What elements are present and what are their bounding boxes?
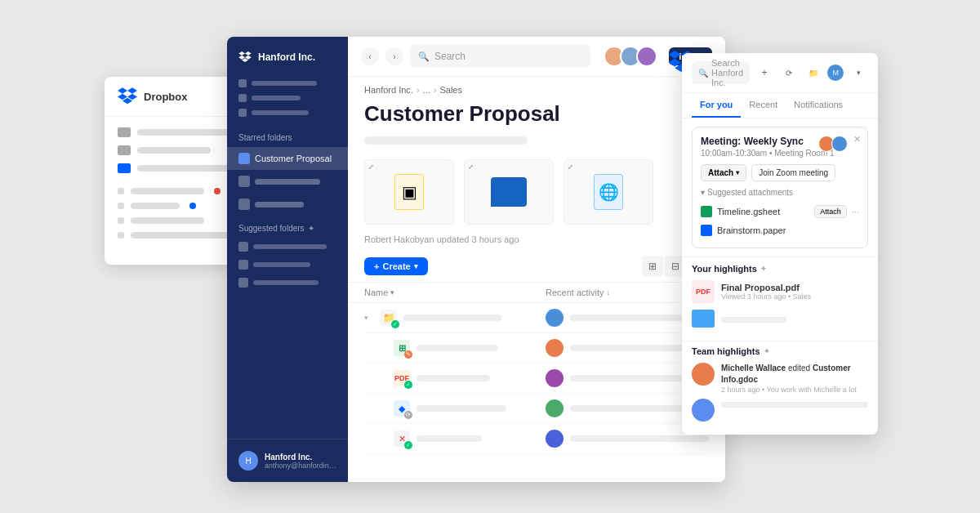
meeting-avatar-2 xyxy=(831,136,848,152)
main-window: Hanford Inc. Starred folders Customer Pr… xyxy=(227,37,725,482)
sidebar-item-3[interactable] xyxy=(227,193,348,216)
sidebar-user-name: Hanford Inc. xyxy=(265,453,336,462)
bg-window-title: Dropbox xyxy=(144,91,187,103)
breadcrumb-current[interactable]: Sales xyxy=(439,85,462,95)
activity-avatar xyxy=(546,430,564,448)
meeting-card: ✕ Meeting: Weekly Sync 10:00am-10:30am •… xyxy=(692,127,868,248)
attachment-item-1[interactable]: Timeline.gsheet Attach ··· xyxy=(701,202,859,221)
highlight-item-2[interactable] xyxy=(692,310,868,328)
attach-file-button-1[interactable]: Attach xyxy=(814,205,847,218)
sidebar-company-name: Hanford Inc. xyxy=(258,51,315,63)
rp-chevron-down-icon[interactable]: ▾ xyxy=(849,63,868,83)
file-preview-2[interactable]: ⤢ xyxy=(464,159,554,225)
folder-highlight-icon xyxy=(692,310,715,328)
highlight-filename-1: Final Proposal.pdf xyxy=(721,283,868,292)
team-highlight-avatar-2 xyxy=(692,399,715,422)
tab-notifications[interactable]: Notifications xyxy=(786,93,851,118)
file-preview-1[interactable]: ▣ ⤢ xyxy=(364,159,454,225)
attachment-filename-2: Brainstorm.paper xyxy=(717,225,859,235)
activity-avatar xyxy=(546,399,564,417)
attach-button[interactable]: Attach ▾ xyxy=(701,164,746,181)
sidebar-item-label: Customer Proposal xyxy=(255,154,332,163)
edit-overlay: ✎ xyxy=(404,350,412,359)
sort-icon: ▾ xyxy=(390,288,394,297)
file-row[interactable]: ▾ 📁 ✓ xyxy=(364,303,709,333)
sidebar-user-avatar: H xyxy=(238,451,258,471)
meeting-close-button[interactable]: ✕ xyxy=(853,134,861,145)
file-row[interactable]: ⊞ ✎ xyxy=(364,333,709,364)
rp-search-icon: 🔍 xyxy=(698,69,708,78)
gsheet-icon xyxy=(701,206,712,217)
rp-add-button[interactable]: + xyxy=(755,63,774,83)
pdf-highlight-icon: PDF xyxy=(692,280,715,303)
breadcrumb-root[interactable]: Hanford Inc. xyxy=(364,85,413,95)
updated-line: Robert Hakobyan updated 3 hours ago xyxy=(348,231,725,251)
suggested-attachments-label: ▾ Suggested attachments xyxy=(701,188,859,197)
file-preview-3[interactable]: 🌐 ⤢ xyxy=(564,159,653,225)
search-icon: 🔍 xyxy=(418,51,430,62)
folder-row-icon: 📁 ✓ xyxy=(381,310,397,326)
team-highlights-section: Team highlights ✦ Michelle Wallace edite… xyxy=(682,341,878,435)
team-highlight-item-1[interactable]: Michelle Wallace edited Customer Info.gd… xyxy=(692,363,868,394)
gallery-view-button[interactable]: ⊞ xyxy=(642,256,663,277)
content-toolbar: + Create ▾ ⊞ ⊟ ☰ xyxy=(348,251,725,283)
column-name: Name ▾ xyxy=(364,288,546,297)
back-button[interactable]: ‹ xyxy=(361,47,379,65)
file-previews: ▣ ⤢ ⤢ 🌐 ⤢ xyxy=(348,153,725,231)
more-options-icon[interactable]: ··· xyxy=(852,207,859,216)
rp-refresh-icon[interactable]: ⟳ xyxy=(779,63,799,83)
file-list-header: Name ▾ Recent activity ↓ xyxy=(348,283,725,303)
breadcrumb-dots[interactable]: ... xyxy=(423,85,430,95)
team-highlight-text: Michelle Wallace edited Customer Info.gd… xyxy=(721,363,868,386)
create-button[interactable]: + Create ▾ xyxy=(364,257,428,275)
google-slides-icon: ▣ xyxy=(394,174,424,210)
bg-folder-icon xyxy=(118,127,131,137)
collaborator-avatars xyxy=(604,46,657,67)
folder-blue-icon xyxy=(491,177,527,207)
team-highlight-item-2 xyxy=(692,399,868,422)
file-row[interactable]: PDF ✓ xyxy=(364,364,709,394)
rp-avatar-icon[interactable]: M xyxy=(827,65,844,81)
starred-folders-label: Starred folders xyxy=(227,123,348,147)
file-row[interactable]: ◆ ⟳ xyxy=(364,394,709,424)
sidebar-sugg-3[interactable] xyxy=(227,274,348,292)
rp-search-bar[interactable]: 🔍 Search Hanford Inc. xyxy=(692,61,750,84)
doc-row-icon: ◆ ⟳ xyxy=(394,400,410,417)
tab-for-you[interactable]: For you xyxy=(692,93,741,118)
sidebar-sugg-1[interactable] xyxy=(227,238,348,256)
attach-chevron-icon: ▾ xyxy=(736,169,739,176)
attachment-item-2[interactable]: Brainstorm.paper xyxy=(701,221,859,239)
forward-button[interactable]: › xyxy=(385,47,403,65)
sidebar-item-customer-proposal[interactable]: Customer Proposal xyxy=(227,147,348,170)
check-overlay-2: ✓ xyxy=(404,441,412,449)
search-bar[interactable]: 🔍 Search xyxy=(410,45,590,68)
rp-folder-icon[interactable]: 📁 xyxy=(804,63,823,83)
clock-overlay: ⟳ xyxy=(404,411,412,419)
avatar-3 xyxy=(636,46,657,67)
row-chevron-icon: ▾ xyxy=(364,314,374,322)
main-content-area: ‹ › 🔍 Search Invite Hanford Inc. › ... ›… xyxy=(348,37,725,482)
sidebar-item-2[interactable] xyxy=(227,170,348,193)
check-overlay: ✓ xyxy=(391,320,399,328)
rp-tabs: For you Recent Notifications xyxy=(682,93,878,118)
highlight-meta-1: Viewed 3 hours ago • Sales xyxy=(721,292,868,301)
rp-header: 🔍 Search Hanford Inc. + ⟳ 📁 M ▾ xyxy=(682,53,878,93)
dropbox-bg-logo-icon xyxy=(118,87,137,106)
suggested-folders-label: Suggested folders ✦ xyxy=(227,216,348,238)
sidebar-user-email: anthony@hanfordinc.com xyxy=(265,462,336,470)
file-row[interactable]: ✕ ✓ xyxy=(364,424,709,454)
sidebar-sugg-2[interactable] xyxy=(227,256,348,274)
right-panel: 🔍 Search Hanford Inc. + ⟳ 📁 M ▾ For you … xyxy=(682,53,878,435)
bg-folder-icon-blue xyxy=(118,163,131,173)
chevron-down-small-icon: ▾ xyxy=(701,188,705,197)
rp-search-text: Search Hanford Inc. xyxy=(711,58,743,87)
create-label: Create xyxy=(382,261,410,271)
breadcrumb: Hanford Inc. › ... › Sales xyxy=(348,77,725,98)
tab-recent[interactable]: Recent xyxy=(741,93,786,118)
attachment-filename-1: Timeline.gsheet xyxy=(717,207,809,216)
highlight-item-1[interactable]: PDF Final Proposal.pdf Viewed 3 hours ag… xyxy=(692,280,868,303)
file-row-icon: ✕ ✓ xyxy=(394,430,410,447)
sheet-row-icon: ⊞ ✎ xyxy=(394,340,410,356)
join-zoom-button[interactable]: Join Zoom meeting xyxy=(751,164,835,181)
your-highlights-section: Your highlights ✦ PDF Final Proposal.pdf… xyxy=(682,256,878,341)
